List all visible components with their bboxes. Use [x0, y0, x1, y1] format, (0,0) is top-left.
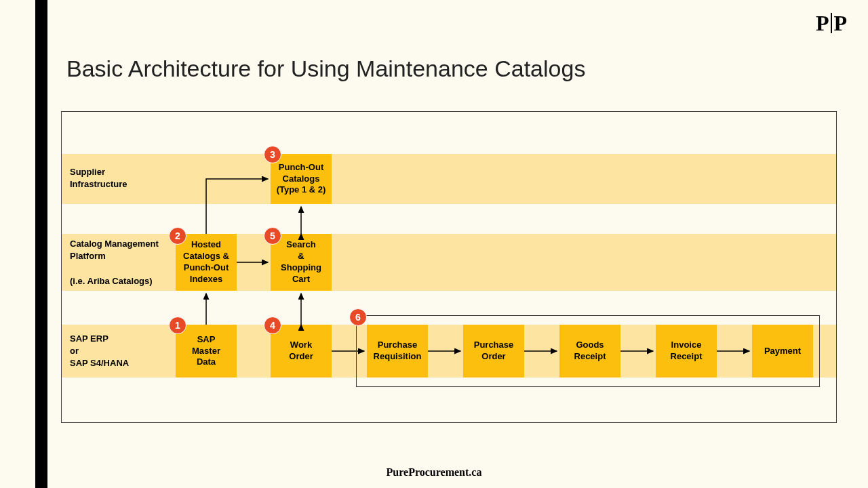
diagram-frame: Supplier Infrastructure Catalog Manageme… — [61, 111, 837, 423]
step6-box — [356, 315, 820, 387]
band-supplier: Supplier Infrastructure — [62, 154, 836, 204]
badge-4: 4 — [264, 317, 281, 334]
logo: PP — [816, 11, 848, 36]
logo-right: P — [833, 11, 848, 35]
footer-text: PureProcurement.ca — [0, 466, 868, 479]
logo-divider — [831, 13, 832, 33]
badge-3: 3 — [264, 146, 281, 163]
band-sap-label: SAP ERP or SAP S4/HANA — [70, 333, 129, 370]
node-hosted: Hosted Catalogs & Punch-Out Indexes — [176, 234, 237, 291]
logo-left: P — [816, 11, 830, 35]
band-supplier-label: Supplier Infrastructure — [70, 166, 127, 190]
badge-2: 2 — [169, 227, 186, 245]
page-title: Basic Architecture for Using Maintenance… — [66, 56, 585, 82]
vertical-black-bar — [35, 0, 47, 488]
node-punchout: Punch-Out Catalogs (Type 1 & 2) — [271, 154, 332, 204]
node-work: Work Order — [271, 325, 332, 378]
badge-6: 6 — [349, 308, 367, 326]
node-master: SAP Master Data — [176, 325, 237, 378]
band-catalog-label: Catalog Management Platform (i.e. Ariba … — [70, 238, 159, 287]
badge-1: 1 — [169, 317, 186, 334]
badge-5: 5 — [264, 227, 281, 245]
node-search: Search & Shopping Cart — [271, 234, 332, 291]
